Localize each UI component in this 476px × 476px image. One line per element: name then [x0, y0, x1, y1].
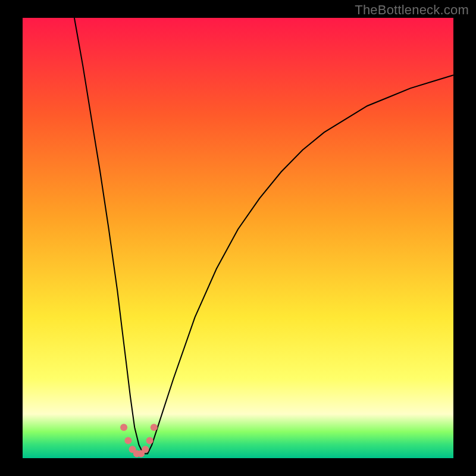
curve-marker [142, 446, 149, 453]
watermark-text: TheBottleneck.com [355, 2, 469, 18]
curve-marker [120, 424, 127, 431]
curve-marker [151, 424, 158, 431]
curve-marker [124, 437, 131, 444]
plot-area [23, 18, 453, 458]
curve-marker [146, 437, 154, 444]
bottleneck-chart [0, 0, 476, 476]
chart-frame: TheBottleneck.com [0, 0, 476, 476]
